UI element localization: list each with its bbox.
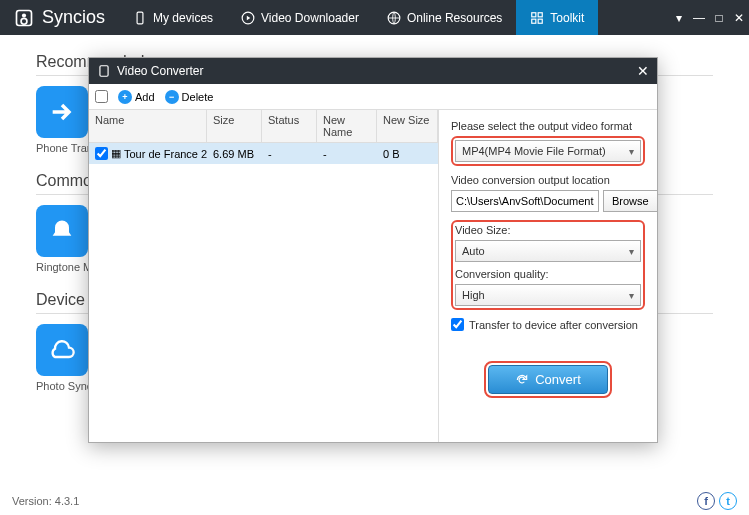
transfer-checkbox-row[interactable]: Transfer to device after conversion bbox=[451, 318, 645, 331]
nav-my-devices[interactable]: My devices bbox=[119, 0, 227, 35]
nav-my-devices-label: My devices bbox=[153, 11, 213, 25]
video-size-select[interactable]: Auto bbox=[455, 240, 641, 262]
row-newsize: 0 B bbox=[377, 144, 438, 164]
transfer-label: Transfer to device after conversion bbox=[469, 319, 638, 331]
svg-rect-7 bbox=[538, 12, 542, 16]
social-links: f t bbox=[697, 492, 737, 510]
delete-icon: − bbox=[165, 90, 179, 104]
convert-label: Convert bbox=[535, 372, 581, 387]
refresh-icon bbox=[515, 373, 529, 387]
video-converter-dialog: Video Converter ✕ + Add − Delete Name Si… bbox=[88, 57, 658, 443]
transfer-icon bbox=[48, 98, 76, 126]
twitter-icon[interactable]: t bbox=[719, 492, 737, 510]
svg-rect-9 bbox=[538, 19, 542, 23]
select-all-checkbox[interactable] bbox=[95, 90, 108, 103]
svg-point-1 bbox=[22, 13, 26, 17]
app-logo: Syncios bbox=[0, 7, 119, 28]
dialog-title: Video Converter bbox=[117, 64, 204, 78]
col-newname[interactable]: New Name bbox=[317, 110, 377, 142]
version-label: Version: 4.3.1 bbox=[12, 495, 79, 507]
app-name: Syncios bbox=[42, 7, 105, 28]
quality-select[interactable]: High bbox=[455, 284, 641, 306]
nav-toolkit-label: Toolkit bbox=[550, 11, 584, 25]
table-row[interactable]: ▦ Tour de France 20... 6.69 MB - - 0 B bbox=[89, 143, 438, 164]
col-size[interactable]: Size bbox=[207, 110, 262, 142]
svg-rect-6 bbox=[532, 12, 536, 16]
row-newname: - bbox=[317, 144, 377, 164]
col-newsize[interactable]: New Size bbox=[377, 110, 438, 142]
svg-rect-3 bbox=[137, 12, 143, 24]
cloud-icon bbox=[48, 336, 76, 364]
facebook-icon[interactable]: f bbox=[697, 492, 715, 510]
row-size: 6.69 MB bbox=[207, 144, 262, 164]
svg-rect-10 bbox=[100, 66, 108, 77]
app-bar: Syncios My devices Video Downloader Onli… bbox=[0, 0, 749, 35]
file-list: Name Size Status New Name New Size ▦ Tou… bbox=[89, 110, 439, 442]
nav-online-resources-label: Online Resources bbox=[407, 11, 502, 25]
transfer-checkbox[interactable] bbox=[451, 318, 464, 331]
video-size-label: Video Size: bbox=[455, 224, 641, 236]
add-label: Add bbox=[135, 91, 155, 103]
format-select[interactable]: MP4(MP4 Movie File Format) bbox=[455, 140, 641, 162]
convert-button[interactable]: Convert bbox=[488, 365, 608, 394]
format-label: Please select the output video format bbox=[451, 120, 645, 132]
options-panel: Please select the output video format MP… bbox=[439, 110, 657, 442]
converter-icon bbox=[97, 64, 111, 78]
size-quality-highlight: Video Size: Auto Conversion quality: Hig… bbox=[451, 220, 645, 310]
nav-video-downloader[interactable]: Video Downloader bbox=[227, 0, 373, 35]
tile-photo[interactable] bbox=[36, 324, 88, 376]
format-highlight: MP4(MP4 Movie File Format) bbox=[451, 136, 645, 166]
dialog-toolbar: + Add − Delete bbox=[89, 84, 657, 110]
globe-icon bbox=[387, 11, 401, 25]
nav-online-resources[interactable]: Online Resources bbox=[373, 0, 516, 35]
row-name: Tour de France 20... bbox=[124, 148, 207, 160]
dialog-titlebar[interactable]: Video Converter ✕ bbox=[89, 58, 657, 84]
minimize-button[interactable]: — bbox=[689, 11, 709, 25]
bell-icon bbox=[48, 217, 76, 245]
row-status: - bbox=[262, 144, 317, 164]
close-button[interactable]: ✕ bbox=[729, 11, 749, 25]
col-status[interactable]: Status bbox=[262, 110, 317, 142]
add-icon: + bbox=[118, 90, 132, 104]
tile-ringtone[interactable] bbox=[36, 205, 88, 257]
play-icon bbox=[241, 11, 255, 25]
maximize-button[interactable]: □ bbox=[709, 11, 729, 25]
nav-video-downloader-label: Video Downloader bbox=[261, 11, 359, 25]
browse-button[interactable]: Browse bbox=[603, 190, 658, 212]
nav-toolkit[interactable]: Toolkit bbox=[516, 0, 598, 35]
location-label: Video conversion output location bbox=[451, 174, 645, 186]
table-header: Name Size Status New Name New Size bbox=[89, 110, 438, 143]
add-button[interactable]: + Add bbox=[114, 88, 159, 106]
svg-point-2 bbox=[21, 18, 27, 24]
delete-label: Delete bbox=[182, 91, 214, 103]
convert-highlight: Convert bbox=[484, 361, 612, 398]
delete-button[interactable]: − Delete bbox=[161, 88, 218, 106]
row-checkbox[interactable] bbox=[95, 147, 108, 160]
col-name[interactable]: Name bbox=[89, 110, 207, 142]
syncios-icon bbox=[14, 8, 34, 28]
quality-label: Conversion quality: bbox=[455, 268, 641, 280]
phone-icon bbox=[133, 11, 147, 25]
dialog-close-button[interactable]: ✕ bbox=[637, 63, 649, 79]
svg-rect-8 bbox=[532, 19, 536, 23]
footer: Version: 4.3.1 f t bbox=[0, 487, 749, 515]
menu-dropdown[interactable]: ▾ bbox=[669, 11, 689, 25]
tile-phone-transfer[interactable] bbox=[36, 86, 88, 138]
grid-icon bbox=[530, 11, 544, 25]
file-icon: ▦ bbox=[111, 147, 121, 160]
location-input[interactable] bbox=[451, 190, 599, 212]
